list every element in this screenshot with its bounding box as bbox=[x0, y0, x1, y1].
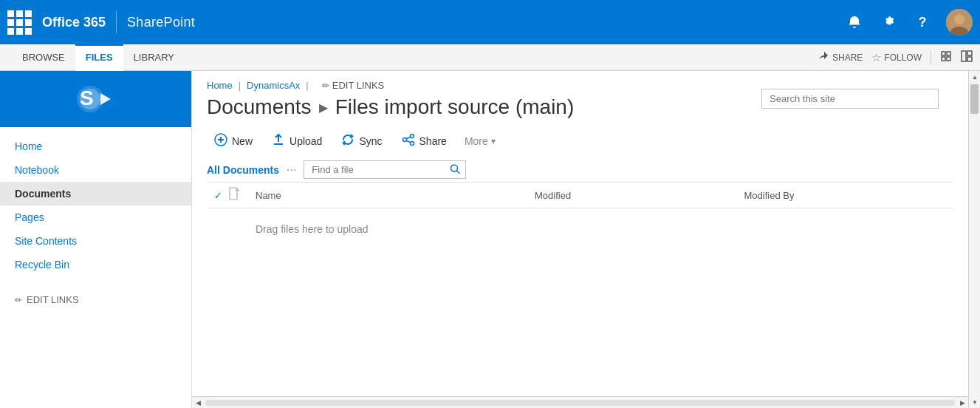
new-label: New bbox=[232, 135, 253, 147]
share-toolbar-label: Share bbox=[419, 135, 447, 147]
office365-label[interactable]: Office 365 bbox=[42, 15, 106, 30]
settings2-action[interactable] bbox=[961, 50, 973, 64]
sidebar-item-home[interactable]: Home bbox=[0, 135, 191, 158]
view-bar: All Documents ··· bbox=[207, 160, 953, 179]
breadcrumb-dynamics[interactable]: DynamicsAx bbox=[247, 80, 300, 91]
sidebar-nav: Home Notebook Documents Pages Site Conte… bbox=[0, 127, 191, 284]
svg-rect-9 bbox=[967, 57, 972, 61]
svg-line-22 bbox=[406, 137, 410, 139]
upload-button[interactable]: Upload bbox=[264, 129, 329, 153]
tab-files[interactable]: FILES bbox=[75, 44, 123, 71]
svg-line-23 bbox=[406, 140, 410, 143]
scroll-down-arrow[interactable]: ▼ bbox=[969, 396, 980, 408]
table-header: ✓ Name Modified Modi bbox=[207, 182, 953, 208]
share-label: SHARE bbox=[832, 52, 863, 63]
breadcrumb-row: Home | DynamicsAx | ✏ EDIT LINKS bbox=[207, 80, 953, 91]
svg-rect-4 bbox=[947, 52, 950, 55]
vertical-scrollbar[interactable]: ▲ ▼ bbox=[968, 71, 980, 408]
sidebar-item-documents[interactable]: Documents bbox=[0, 182, 191, 205]
new-icon bbox=[214, 133, 227, 149]
scroll-up-arrow[interactable]: ▲ bbox=[969, 71, 980, 83]
more-label: More bbox=[465, 135, 488, 147]
new-button[interactable]: New bbox=[207, 129, 260, 153]
svg-point-21 bbox=[402, 138, 406, 142]
sidebar-item-site-contents[interactable]: Site Contents bbox=[0, 229, 191, 253]
more-button[interactable]: More ▾ bbox=[459, 132, 501, 151]
view-more-button[interactable]: ··· bbox=[287, 164, 296, 176]
content-scroll-area: Home | DynamicsAx | ✏ EDIT LINKS bbox=[192, 71, 968, 396]
breadcrumb-edit-links[interactable]: ✏ EDIT LINKS bbox=[322, 80, 385, 91]
scroll-thumb[interactable] bbox=[970, 84, 979, 114]
sidebar-item-notebook[interactable]: Notebook bbox=[0, 158, 191, 182]
content-inner: Home | DynamicsAx | ✏ EDIT LINKS bbox=[192, 71, 968, 235]
sidebar-logo: S bbox=[0, 71, 191, 127]
svg-point-19 bbox=[410, 135, 414, 138]
share-toolbar-icon bbox=[402, 133, 415, 149]
focus-icon bbox=[940, 50, 952, 65]
share-button[interactable]: Share bbox=[394, 129, 454, 153]
th-name: Name bbox=[251, 190, 535, 201]
all-documents-view[interactable]: All Documents bbox=[207, 164, 279, 176]
top-bar: Office 365 SharePoint ? bbox=[0, 0, 980, 44]
checkmark-icon: ✓ bbox=[214, 190, 222, 201]
top-bar-right: ? bbox=[844, 9, 973, 35]
svg-point-1 bbox=[954, 14, 964, 24]
notifications-icon[interactable] bbox=[844, 12, 865, 33]
breadcrumb-home[interactable]: Home bbox=[207, 80, 233, 91]
sidebar-edit-links[interactable]: ✏ EDIT LINKS bbox=[0, 284, 191, 316]
sharepoint-label: SharePoint bbox=[127, 15, 195, 30]
tab-browse[interactable]: BROWSE bbox=[12, 44, 75, 70]
sidebar: S Home Notebook Documents Pages Site Con… bbox=[0, 71, 192, 408]
search-input[interactable] bbox=[761, 89, 939, 109]
breadcrumb-sep1: | bbox=[239, 80, 241, 91]
scroll-track-empty bbox=[969, 115, 980, 396]
user-avatar[interactable] bbox=[946, 9, 973, 35]
empty-state: Drag files here to upload bbox=[207, 208, 953, 235]
help-icon[interactable]: ? bbox=[912, 12, 933, 33]
settings2-icon bbox=[961, 50, 973, 64]
page-title-sub: Files import source (main) bbox=[335, 95, 575, 119]
follow-icon: ☆ bbox=[871, 51, 881, 64]
bottom-scrollbar[interactable]: ◀ ▶ bbox=[192, 396, 968, 408]
scroll-right-arrow[interactable]: ▶ bbox=[956, 397, 968, 409]
share-action[interactable]: SHARE bbox=[819, 51, 863, 64]
page-title-arrow: ▶ bbox=[319, 101, 328, 115]
upload-label: Upload bbox=[289, 135, 322, 147]
svg-rect-6 bbox=[947, 57, 950, 61]
svg-rect-7 bbox=[962, 51, 966, 61]
sidebar-item-recycle-bin[interactable]: Recycle Bin bbox=[0, 253, 191, 276]
find-file-input[interactable] bbox=[304, 160, 466, 179]
ribbon-separator bbox=[931, 50, 931, 65]
pencil-icon: ✏ bbox=[15, 295, 22, 305]
toolbar: New Upload bbox=[207, 129, 953, 153]
sync-icon bbox=[341, 133, 354, 149]
page-title-docs: Documents bbox=[207, 95, 312, 119]
share-icon bbox=[819, 51, 829, 64]
sync-button[interactable]: Sync bbox=[334, 129, 389, 153]
top-bar-divider bbox=[116, 11, 117, 33]
avatar-image bbox=[946, 9, 973, 35]
app-launcher-button[interactable] bbox=[7, 10, 32, 35]
horizontal-scroll-track[interactable] bbox=[205, 400, 955, 406]
svg-rect-5 bbox=[942, 57, 945, 61]
tab-library[interactable]: LIBRARY bbox=[123, 44, 185, 70]
ribbon: BROWSE FILES LIBRARY SHARE ☆ FOLLOW bbox=[0, 44, 980, 71]
svg-rect-8 bbox=[967, 51, 972, 55]
scroll-left-arrow[interactable]: ◀ bbox=[192, 397, 204, 409]
sidebar-item-pages[interactable]: Pages bbox=[0, 205, 191, 229]
th-modified: Modified bbox=[535, 190, 744, 201]
chevron-down-icon: ▾ bbox=[491, 136, 496, 146]
th-file-icon-col bbox=[229, 187, 251, 203]
follow-action[interactable]: ☆ FOLLOW bbox=[871, 51, 922, 64]
svg-point-20 bbox=[410, 142, 414, 146]
th-check[interactable]: ✓ bbox=[207, 190, 229, 201]
upload-icon bbox=[272, 133, 285, 149]
sharepoint-logo: S bbox=[66, 77, 126, 121]
breadcrumb-sep2: | bbox=[306, 80, 308, 91]
focus-action[interactable] bbox=[940, 50, 952, 65]
ribbon-right-actions: SHARE ☆ FOLLOW bbox=[819, 44, 980, 70]
sync-label: Sync bbox=[359, 135, 382, 147]
settings-icon[interactable] bbox=[878, 12, 899, 33]
main-layout: S Home Notebook Documents Pages Site Con… bbox=[0, 71, 980, 408]
find-file-wrapper bbox=[304, 160, 466, 179]
